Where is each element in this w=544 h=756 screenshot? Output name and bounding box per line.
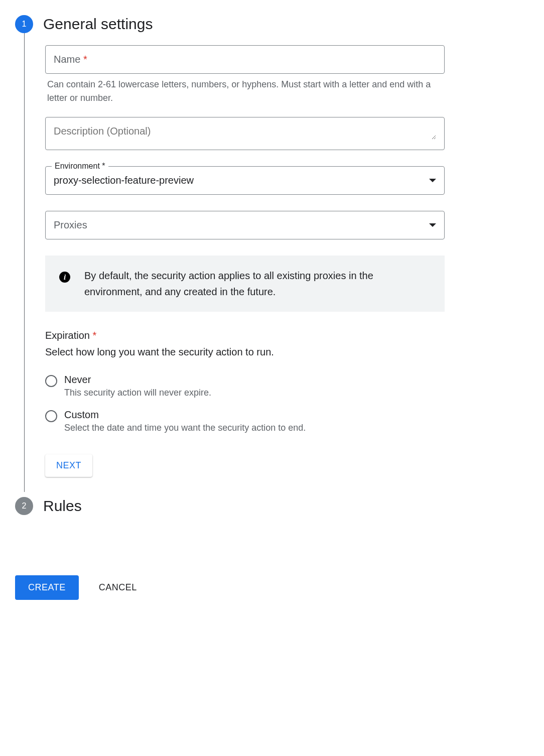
expiration-desc: Select how long you want the security ac… — [45, 346, 445, 358]
radio-circle-icon[interactable] — [45, 375, 57, 387]
create-button[interactable]: CREATE — [15, 575, 79, 600]
radio-label: Custom — [64, 409, 306, 421]
chevron-down-icon — [429, 223, 436, 227]
radio-circle-icon[interactable] — [45, 410, 57, 422]
radio-helper: Select the date and time you want the se… — [64, 423, 306, 433]
step1-title: General settings — [43, 16, 153, 33]
cancel-button[interactable]: CANCEL — [99, 582, 137, 593]
step2-header[interactable]: 2 Rules — [15, 497, 529, 515]
environment-label: Environment * — [52, 162, 108, 171]
step1-header: 1 General settings — [15, 15, 529, 33]
next-button[interactable]: NEXT — [45, 454, 92, 477]
footer-buttons: CREATE CANCEL — [15, 575, 529, 600]
radio-option-custom[interactable]: Custom Select the date and time you want… — [45, 409, 445, 433]
name-helper: Can contain 2-61 lowercase letters, numb… — [45, 78, 445, 105]
expiration-label: Expiration * — [45, 330, 445, 341]
stepper-line — [24, 33, 25, 492]
chevron-down-icon — [429, 179, 436, 182]
info-icon: i — [59, 272, 70, 283]
radio-option-never[interactable]: Never This security action will never ex… — [45, 374, 445, 398]
description-input-container[interactable] — [45, 117, 445, 150]
radio-helper: This security action will never expire. — [64, 388, 211, 398]
info-text: By default, the security action applies … — [84, 268, 431, 300]
proxies-placeholder: Proxies — [54, 219, 87, 231]
environment-select[interactable]: Environment * proxy-selection-feature-pr… — [45, 166, 445, 195]
environment-value: proxy-selection-feature-preview — [54, 175, 194, 186]
name-label: Name * — [54, 54, 87, 65]
description-textarea[interactable] — [54, 125, 436, 140]
proxies-select[interactable]: Proxies — [45, 211, 445, 239]
step2-number-badge: 2 — [15, 497, 33, 515]
radio-label: Never — [64, 374, 211, 386]
step2-title: Rules — [43, 497, 82, 515]
name-input-container[interactable]: Name * — [45, 45, 445, 74]
step1-number-badge: 1 — [15, 15, 33, 33]
info-box: i By default, the security action applie… — [45, 256, 445, 312]
